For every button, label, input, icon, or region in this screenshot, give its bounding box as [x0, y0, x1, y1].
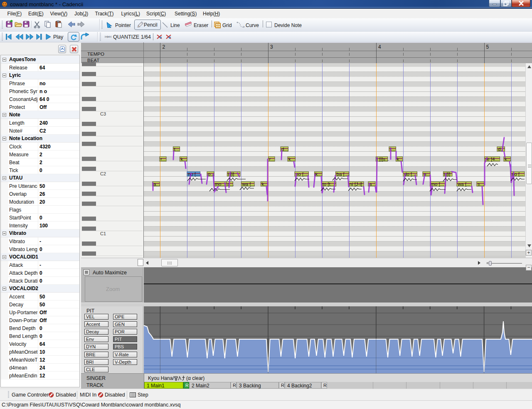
svg-text:s...: s... [478, 182, 484, 187]
svg-text:t...: t... [174, 147, 180, 152]
svg-text:a...: a... [153, 182, 160, 187]
svg-text:k...: k... [397, 157, 403, 162]
svg-text:mo...: mo... [215, 182, 226, 187]
svg-text:k...: k... [181, 157, 187, 162]
svg-text:wa [...: wa [... [242, 182, 255, 187]
svg-text:k...: k... [505, 157, 511, 162]
svg-text:i [i]: i [i] [228, 172, 234, 177]
svg-text:a...: a... [227, 182, 234, 187]
svg-text:a...: a... [369, 182, 376, 187]
svg-text:to [t...: to [t... [323, 182, 335, 187]
svg-text:r...: r... [160, 157, 166, 162]
svg-text:k...: k... [315, 172, 322, 177]
svg-text:ba [...: ba [... [337, 172, 349, 177]
svg-text:k...: k... [288, 157, 295, 162]
svg-text:r...: r... [269, 157, 275, 162]
svg-text:i [i]s...: i [i]s... [377, 157, 389, 162]
svg-text:wa [...: wa [... [457, 182, 470, 187]
svg-text:i [i]: i [i] [444, 172, 451, 177]
svg-text:mo [...: mo [... [431, 182, 444, 187]
svg-text:no [...: no [... [296, 172, 308, 177]
svg-text:no [...: no [... [188, 172, 200, 177]
svg-text:64: 64 [106, 35, 110, 38]
svg-text:ni [J-i]: ni [J-i] [350, 182, 362, 187]
